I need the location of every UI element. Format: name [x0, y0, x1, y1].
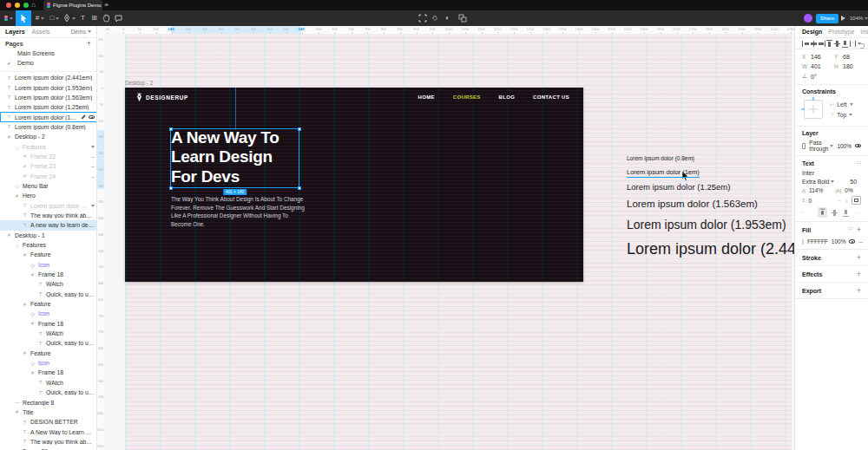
user-avatar[interactable]: [804, 14, 812, 23]
layer-visibility-icon[interactable]: [855, 144, 861, 147]
blend-mode-select[interactable]: Pass through: [809, 140, 833, 152]
add-stroke-button[interactable]: +: [857, 253, 861, 262]
layer-row[interactable]: TWAtch: [0, 378, 97, 388]
height-field[interactable]: H180: [834, 63, 861, 69]
maximize-window-icon[interactable]: [23, 3, 29, 8]
layer-row[interactable]: TLorem ipsum dolor (1.953em): [0, 82, 97, 92]
layer-row[interactable]: ◇Icon: [0, 260, 97, 270]
layer-row[interactable]: #Frame 18: [0, 270, 97, 279]
move-tool-button[interactable]: [16, 10, 31, 26]
layer-row[interactable]: TA new way to learn design for devs: [0, 220, 97, 230]
auto-height-icon[interactable]: ↕: [845, 198, 848, 203]
layer-row[interactable]: #Frame 18: [0, 368, 97, 377]
layer-row[interactable]: #Feature: [0, 299, 97, 309]
layer-row[interactable]: #Frame 23–: [0, 161, 97, 171]
letter-spacing-field[interactable]: 0%: [845, 187, 852, 193]
comment-tool-button[interactable]: [113, 10, 123, 26]
layer-row[interactable]: #Feature: [0, 349, 97, 358]
horizontal-constraint-select[interactable]: ⊢Left: [830, 101, 853, 108]
align-left-icon[interactable]: [802, 40, 810, 48]
layer-row[interactable]: ◇Icon: [0, 358, 97, 368]
vertical-align-bottom-icon[interactable]: [842, 209, 850, 217]
add-effect-button[interactable]: +: [857, 270, 861, 278]
hero-nav-courses[interactable]: COURSES: [453, 95, 481, 100]
selection-handle[interactable]: [298, 186, 301, 190]
text-tool-button[interactable]: T: [78, 10, 88, 26]
fill-visibility-icon[interactable]: [849, 239, 855, 243]
hero-nav-home[interactable]: HOME: [418, 95, 435, 100]
close-window-icon[interactable]: [6, 3, 11, 8]
fill-hex-field[interactable]: FFFFFF: [807, 238, 828, 245]
layer-row[interactable]: —Rectangle 8: [0, 397, 97, 407]
frame-label[interactable]: Desktop - 2: [125, 80, 153, 86]
align-top-icon[interactable]: [825, 40, 833, 48]
tab-design[interactable]: Design: [802, 29, 822, 35]
layer-row[interactable]: TLorem ipsum dolor (0.8em): [0, 122, 97, 132]
font-weight-select[interactable]: Extra Bold: [802, 179, 834, 185]
align-vertical-center-icon[interactable]: [833, 40, 841, 48]
layer-row[interactable]: #Feature: [0, 250, 97, 259]
add-export-button[interactable]: +: [857, 286, 861, 295]
constraints-widget[interactable]: [804, 100, 823, 119]
layer-row[interactable]: ◇Icon: [0, 309, 97, 318]
tab-assets[interactable]: Assets: [32, 29, 50, 35]
expand-chevron-icon[interactable]: [91, 146, 95, 148]
selection-handle[interactable]: [169, 127, 173, 131]
selection-handle[interactable]: [298, 127, 301, 131]
align-horizontal-center-icon[interactable]: [810, 40, 818, 48]
tab-layers[interactable]: Layers: [5, 29, 25, 35]
layer-row[interactable]: TThe way you think about design is abo..…: [0, 211, 97, 220]
layer-row[interactable]: #Frame 26: [0, 447, 97, 450]
layer-row[interactable]: #Frame 24–: [0, 171, 97, 180]
fill-styles-icon[interactable]: ∷: [848, 225, 852, 234]
layer-row[interactable]: TQuick, easy to understand ma...: [0, 338, 97, 348]
paragraph-spacing-field[interactable]: 0: [809, 198, 812, 204]
layer-row[interactable]: TWAtch: [0, 329, 97, 338]
type-details-button[interactable]: ···: [853, 210, 861, 215]
layer-row[interactable]: TQuick, easy to understand ma...: [0, 388, 97, 397]
create-component-button[interactable]: ◇: [432, 10, 437, 26]
layer-row[interactable]: #Hero: [0, 191, 97, 200]
canvas[interactable]: Desktop - 2 DESIGNERUP HOMECOURSESBLOGCO…: [104, 34, 794, 450]
layer-row[interactable]: #Desktop - 2: [0, 132, 97, 141]
font-size-field[interactable]: 50: [850, 179, 857, 185]
text-size-sample[interactable]: Lorem ipsum dolor (1.25em): [627, 182, 730, 192]
text-size-sample[interactable]: Lorem ipsum dolor (0.8em): [627, 155, 694, 161]
add-page-button[interactable]: +: [87, 39, 91, 48]
line-height-field[interactable]: 114%: [809, 187, 823, 193]
hero-paragraph[interactable]: The Way You Think About Design Is About …: [171, 195, 308, 229]
text-size-sample[interactable]: Lorem ipsum dolor (1.953em): [627, 218, 786, 232]
constrain-proportions-icon[interactable]: [859, 43, 865, 49]
layer-row[interactable]: TLorem ipsum dolor (1em): [0, 112, 97, 121]
fill-opacity-field[interactable]: 100%: [832, 238, 846, 245]
x-field[interactable]: X146: [802, 54, 829, 60]
vertical-constraint-select[interactable]: ⊤Top: [830, 112, 853, 118]
y-field[interactable]: Y68: [834, 54, 861, 60]
page-item[interactable]: ✓Demo: [0, 58, 96, 68]
text-settings-icon[interactable]: ∷: [858, 160, 861, 166]
page-item[interactable]: Main Screens: [0, 49, 96, 58]
layer-row[interactable]: ◇Menu Bar: [0, 181, 97, 191]
layer-row[interactable]: TA New Way to Learn Design For Devs: [0, 427, 97, 436]
selection-handle[interactable]: [169, 186, 173, 190]
font-family-select[interactable]: Inter: [802, 170, 814, 176]
layer-row[interactable]: #Frame 22–: [0, 152, 97, 161]
align-bottom-icon[interactable]: [841, 40, 849, 48]
vertical-align-top-icon[interactable]: [818, 207, 827, 218]
vertical-align-middle-icon[interactable]: [831, 209, 838, 217]
share-button[interactable]: Share: [816, 14, 838, 23]
desktop-2-frame[interactable]: DESIGNERUP HOMECOURSESBLOGCONTACT US A N…: [125, 88, 583, 282]
mask-button[interactable]: ◐: [445, 10, 450, 26]
text-size-sample[interactable]: Lorem ipsum dolor (2.441em): [627, 240, 794, 258]
selection-box[interactable]: 401 × 180: [170, 128, 299, 188]
add-fill-button[interactable]: +: [857, 225, 861, 234]
edit-object-button[interactable]: [418, 10, 427, 26]
layer-row[interactable]: TThe way you think about design is abo..…: [0, 437, 97, 447]
resources-tool-button[interactable]: ⊞: [89, 10, 99, 26]
boolean-ops-button[interactable]: [458, 10, 467, 26]
minimize-window-icon[interactable]: [15, 3, 20, 8]
layer-row[interactable]: TLorem ipsum dolor (2.441em): [0, 200, 97, 210]
text-align-left-icon[interactable]: [802, 212, 804, 213]
pen-tool-button[interactable]: [63, 10, 76, 26]
tab-prototype[interactable]: Prototype: [828, 29, 854, 35]
